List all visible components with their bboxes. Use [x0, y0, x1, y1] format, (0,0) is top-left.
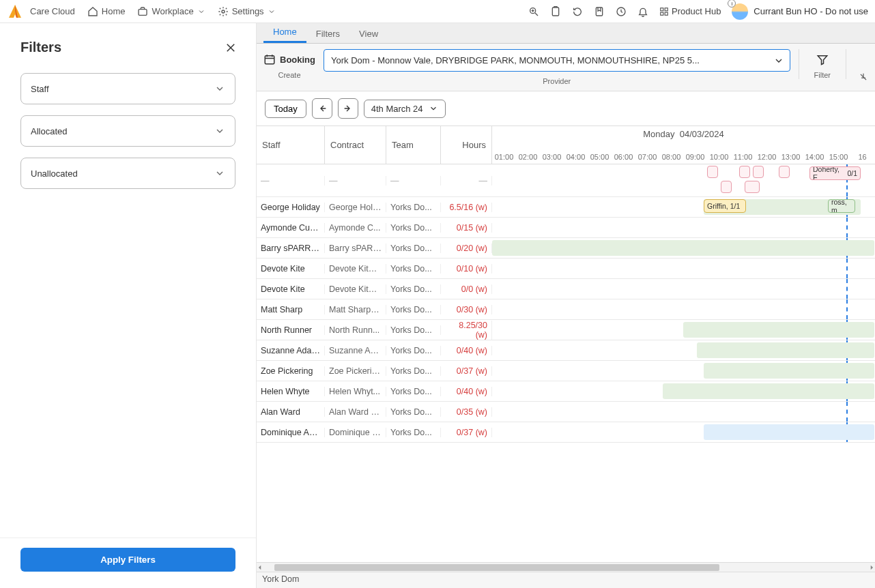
sidebar-title: Filters: [20, 40, 61, 55]
horizontal-scrollbar[interactable]: [257, 562, 875, 572]
cell-team: Yorks Do...: [386, 346, 441, 355]
product-hub-link[interactable]: Product Hub: [659, 6, 721, 16]
bookmark-icon[interactable]: [594, 6, 605, 17]
user-name[interactable]: Currant Bun HO - Do not use: [754, 6, 868, 16]
booking-chip-doherty[interactable]: Doherty, E 0/1: [809, 166, 861, 180]
staff-row[interactable]: Alan Ward Alan Ward - ... Yorks Do... 0/…: [257, 402, 875, 422]
cell-staff: Barry sPARROW: [257, 244, 325, 253]
availability-bar[interactable]: [683, 322, 874, 338]
cell-team: Yorks Do...: [386, 305, 441, 314]
funnel-icon: [816, 53, 829, 65]
booking-chip[interactable]: Griffin, 1/1: [704, 199, 746, 213]
scroll-right-icon[interactable]: [868, 564, 875, 571]
booking-chip[interactable]: [739, 166, 750, 178]
now-line: [846, 218, 848, 237]
staff-row[interactable]: Aymonde Cuck... Aymonde C... Yorks Do...…: [257, 218, 875, 238]
svg-rect-4: [596, 8, 602, 16]
arrow-left-icon: [317, 103, 328, 114]
cell-team: Yorks Do...: [386, 407, 441, 417]
cell-staff: North Runner: [257, 325, 325, 335]
cell-hours: 0/15 (w): [441, 223, 492, 233]
availability-bar[interactable]: [704, 424, 874, 440]
app-logo: [7, 3, 23, 20]
cell-staff: Devote Kite: [257, 284, 325, 294]
nav-home[interactable]: Home: [87, 6, 126, 17]
home-icon: [87, 6, 98, 17]
filter-group-staff[interactable]: Staff: [20, 73, 235, 104]
history-icon[interactable]: [616, 6, 627, 17]
scroll-left-icon[interactable]: [257, 564, 263, 571]
toolbar-filter[interactable]: Filter: [799, 49, 846, 79]
svg-rect-0: [139, 9, 147, 15]
cell-staff: George Holiday: [257, 203, 325, 212]
scroll-thumb[interactable]: [274, 564, 719, 571]
cell-contract: Aymonde C...: [325, 223, 386, 233]
unpin-icon[interactable]: [859, 72, 868, 82]
briefcase-icon: [137, 6, 148, 17]
svg-rect-8: [661, 12, 663, 15]
cell-staff: Helen Whyte: [257, 387, 325, 396]
col-hours: Hours: [441, 126, 492, 164]
main-panel: Home Filters View Booking Create York Do…: [257, 23, 875, 588]
bell-icon[interactable]: [637, 6, 648, 17]
svg-point-1: [222, 10, 225, 13]
provider-select[interactable]: York Dom - Monnow Vale, DRYBRIDGE PARK, …: [324, 49, 790, 72]
calendar-add-icon: [263, 53, 276, 65]
filter-group-unallocated[interactable]: Unallocated: [20, 158, 235, 189]
booking-chip[interactable]: ross, m: [828, 199, 855, 213]
booking-chip[interactable]: [745, 181, 760, 193]
availability-bar[interactable]: [704, 363, 874, 379]
tab-home[interactable]: Home: [263, 23, 306, 43]
nav-settings[interactable]: Settings: [218, 6, 276, 17]
staff-row[interactable]: Zoe Pickering Zoe Pickerin... Yorks Do..…: [257, 361, 875, 381]
cell-hours: 0/10 (w): [441, 264, 492, 274]
tab-filters[interactable]: Filters: [306, 25, 349, 43]
cell-hours: 8.25/30 (w): [441, 321, 492, 340]
cell-team: Yorks Do...: [386, 387, 441, 396]
staff-row[interactable]: Devote Kite Devote Kite -... Yorks Do...…: [257, 279, 875, 299]
refresh-icon[interactable]: [572, 6, 583, 17]
tab-view[interactable]: View: [349, 25, 388, 43]
next-day-button[interactable]: [338, 98, 358, 119]
chevron-down-icon: [214, 168, 225, 179]
date-picker[interactable]: 4th March 24: [364, 100, 446, 118]
cell-hours: 0/37 (w): [441, 366, 492, 376]
cell-staff: Matt Sharp: [257, 305, 325, 314]
staff-row[interactable]: Suzanne Adams Suzanne Ad... Yorks Do... …: [257, 340, 875, 361]
clipboard-icon[interactable]: [550, 6, 561, 17]
schedule-body[interactable]: — — — — Doherty, E 0/1: [257, 164, 875, 562]
cell-contract: Devote Kite -...: [325, 284, 386, 294]
now-line: [846, 279, 848, 299]
staff-row[interactable]: Matt Sharp Matt Sharp - ... Yorks Do... …: [257, 299, 875, 320]
cell-contract: George Holi...: [325, 203, 386, 212]
cell-contract: Suzanne Ad...: [325, 346, 386, 355]
avatar[interactable]: i: [732, 3, 748, 20]
booking-chip[interactable]: [779, 166, 790, 178]
availability-bar[interactable]: [663, 383, 874, 399]
col-staff: Staff: [257, 126, 325, 164]
booking-chip[interactable]: [753, 166, 764, 178]
staff-row[interactable]: North Runner North Runn... Yorks Do... 8…: [257, 320, 875, 340]
today-button[interactable]: Today: [265, 100, 306, 118]
staff-row[interactable]: Helen Whyte Helen Whyt... Yorks Do... 0/…: [257, 381, 875, 402]
booking-create[interactable]: Booking Create: [263, 49, 315, 79]
cell-team: Yorks Do...: [386, 203, 441, 212]
staff-row[interactable]: George Holiday George Holi... Yorks Do..…: [257, 197, 875, 218]
staff-row[interactable]: Dominique Acre Dominique .... Yorks Do..…: [257, 422, 875, 443]
filter-group-allocated[interactable]: Allocated: [20, 115, 235, 147]
staff-row[interactable]: Devote Kite Devote Kite -... Yorks Do...…: [257, 259, 875, 279]
availability-bar[interactable]: [492, 240, 874, 256]
close-icon[interactable]: [225, 42, 237, 54]
cell-team: Yorks Do...: [386, 244, 441, 253]
prev-day-button[interactable]: [312, 98, 332, 119]
now-line: [846, 299, 848, 319]
apply-filters-button[interactable]: Apply Filters: [20, 548, 235, 572]
booking-chip[interactable]: [707, 166, 718, 178]
zoom-icon[interactable]: [528, 6, 539, 17]
nav-workplace[interactable]: Workplace: [137, 6, 205, 17]
staff-row[interactable]: Barry sPARROW Barry sPARR... Yorks Do...…: [257, 238, 875, 259]
cell-contract: North Runn...: [325, 325, 386, 335]
availability-bar[interactable]: [697, 342, 874, 358]
booking-chip[interactable]: [721, 181, 732, 193]
cell-contract: Barry sPARR...: [325, 244, 386, 253]
